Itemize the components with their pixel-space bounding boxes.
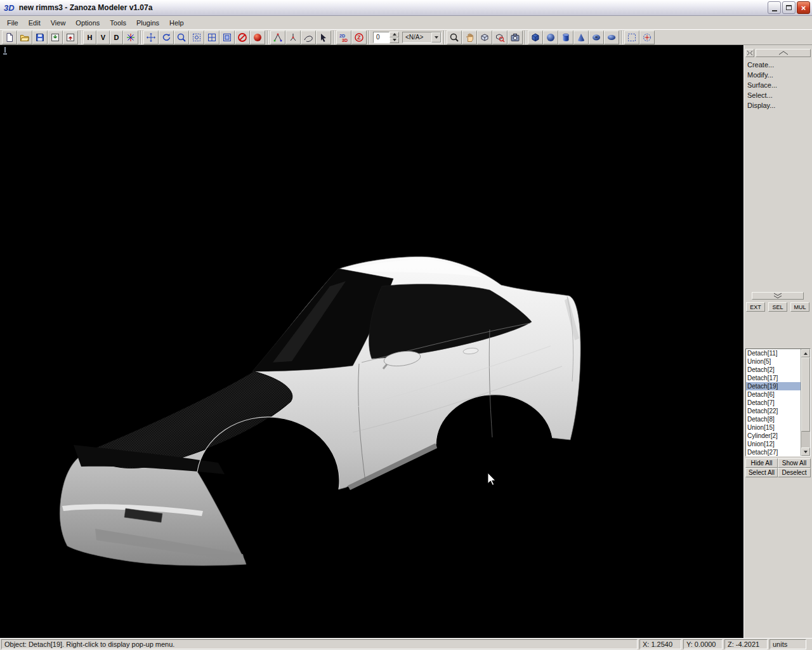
object-list-item[interactable]: Detach[6]	[746, 390, 801, 399]
panel-menu-modify[interactable]: Modify...	[745, 70, 810, 80]
object-list-item[interactable]: Detach[17]	[746, 374, 801, 382]
object-list-item[interactable]: Detach[8]	[746, 415, 801, 423]
zoom-extents-button[interactable]	[189, 30, 204, 44]
disable-redraw-button[interactable]	[235, 30, 250, 44]
primitive-cone-button[interactable]	[573, 30, 589, 44]
new-file-button[interactable]	[2, 30, 17, 44]
object-list[interactable]: Detach[11]Union[5]Detach[2]Detach[17]Det…	[745, 348, 811, 456]
na-dropdown[interactable]: <N/A>	[402, 32, 442, 43]
save-file-icon	[35, 32, 45, 43]
menu-item-tools[interactable]: Tools	[105, 17, 131, 29]
magnify-tool-button[interactable]	[447, 30, 462, 44]
toggle-d-button[interactable]: D	[110, 30, 123, 44]
toggle-v-button[interactable]: V	[96, 30, 110, 44]
primitive-disc-button[interactable]	[604, 30, 619, 44]
object-list-item[interactable]: Detach[27]	[746, 448, 801, 456]
selection-frame-button[interactable]	[624, 30, 639, 44]
menu-item-file[interactable]: File	[2, 17, 23, 29]
primitive-torus-button[interactable]	[589, 30, 604, 44]
menu-item-plugins[interactable]: Plugins	[131, 17, 164, 29]
panel-menu-create[interactable]: Create...	[745, 60, 810, 70]
car-model[interactable]	[0, 45, 743, 638]
selection-mode-buttons: EXTSELMUL	[746, 302, 812, 312]
select-lasso-button[interactable]	[301, 30, 316, 44]
object-list-item[interactable]: Detach[19]	[746, 382, 801, 390]
maximize-button[interactable]	[782, 1, 796, 14]
viewport-maximize-button[interactable]	[219, 30, 235, 44]
panel-expand-button[interactable]	[752, 292, 804, 300]
app-logo-icon: 3D	[4, 3, 15, 13]
material-editor-button[interactable]	[250, 30, 265, 44]
mode-sel-button[interactable]: SEL	[768, 302, 787, 312]
mode-2d3d-button[interactable]: 2D3D	[336, 30, 351, 44]
panel-menu-select[interactable]: Select...	[745, 90, 810, 100]
axes-colored-icon	[126, 32, 136, 43]
scroll-up-button[interactable]	[801, 349, 810, 357]
primitive-box-icon	[530, 32, 540, 43]
deselect-button[interactable]: Deselect	[778, 468, 811, 477]
panel-menu-display[interactable]: Display...	[745, 100, 810, 110]
object-list-item[interactable]: Union[12]	[746, 440, 801, 448]
panel-menu-surface[interactable]: Surface...	[745, 80, 810, 90]
pan-hand-tool-button[interactable]	[462, 30, 477, 44]
menu-item-edit[interactable]: Edit	[23, 17, 46, 29]
spinner-down-button[interactable]	[390, 37, 399, 43]
spinner-up-button[interactable]	[390, 32, 399, 37]
object-mode-tool-icon	[480, 32, 490, 43]
mode-ext-button[interactable]: EXT	[746, 302, 765, 312]
panel-detach-button[interactable]	[745, 49, 754, 57]
primitive-cylinder-button[interactable]	[558, 30, 573, 44]
primitive-torus-icon	[591, 32, 601, 43]
svg-text:Z: Z	[357, 34, 360, 41]
toolbar-separator	[80, 30, 81, 44]
select-single-button[interactable]	[316, 30, 331, 44]
mode-mul-button[interactable]: MUL	[790, 302, 809, 312]
object-list-item[interactable]: Detach[2]	[746, 366, 801, 374]
object-list-item[interactable]: Cylinder[2]	[746, 432, 801, 440]
minimize-button[interactable]	[768, 1, 781, 14]
primitive-box-button[interactable]	[528, 30, 543, 44]
maximize-icon	[786, 5, 792, 10]
open-file-button[interactable]	[17, 30, 32, 44]
object-list-item[interactable]: Union[5]	[746, 357, 801, 366]
menu-item-view[interactable]: View	[46, 17, 71, 29]
select-quad-button[interactable]	[270, 30, 285, 44]
toggle-h-button[interactable]: H	[83, 30, 96, 44]
object-list-item[interactable]: Union[15]	[746, 423, 801, 432]
viewport-label-icon	[2, 46, 8, 56]
show-all-button[interactable]: Show All	[778, 458, 811, 468]
object-list-item[interactable]: Detach[7]	[746, 399, 801, 407]
viewport-3d[interactable]	[0, 45, 743, 638]
zoom-object-tool-button[interactable]	[492, 30, 508, 44]
z-axis-lock-button[interactable]: Z	[351, 30, 367, 44]
zoom-view-button[interactable]	[174, 30, 189, 44]
scroll-down-button[interactable]	[801, 448, 810, 456]
object-list-item[interactable]: Detach[22]	[746, 407, 801, 415]
svg-text:2D: 2D	[339, 33, 345, 37]
export-file-button[interactable]	[63, 30, 78, 44]
object-mode-tool-button[interactable]	[477, 30, 492, 44]
primitive-sphere-icon	[546, 32, 556, 43]
select-circle-button[interactable]	[285, 30, 301, 44]
pan-hand-tool-icon	[464, 32, 475, 43]
viewport-layout-button[interactable]	[204, 30, 219, 44]
snapshot-tool-button[interactable]	[508, 30, 523, 44]
spinner-field[interactable]: 0	[373, 32, 390, 43]
import-file-button[interactable]	[48, 30, 63, 44]
object-list-item[interactable]: Detach[11]	[746, 349, 801, 357]
primitive-sphere-button[interactable]	[543, 30, 558, 44]
hide-all-button[interactable]: Hide All	[745, 458, 778, 468]
object-list-scrollbar[interactable]	[801, 349, 810, 456]
rotate-view-button[interactable]	[159, 30, 174, 44]
panel-collapse-button[interactable]	[756, 49, 811, 57]
close-button[interactable]: ×	[797, 1, 810, 14]
menu-item-options[interactable]: Options	[70, 17, 105, 29]
axes-colored-button[interactable]	[123, 30, 138, 44]
pivot-gizmo-button[interactable]	[639, 30, 655, 44]
scrollbar-thumb[interactable]	[801, 357, 810, 432]
pan-view-button[interactable]	[143, 30, 159, 44]
select-all-button[interactable]: Select All	[745, 468, 778, 477]
menu-item-help[interactable]: Help	[164, 17, 189, 29]
save-file-button[interactable]	[32, 30, 48, 44]
dropdown-arrow-button[interactable]	[431, 32, 441, 43]
